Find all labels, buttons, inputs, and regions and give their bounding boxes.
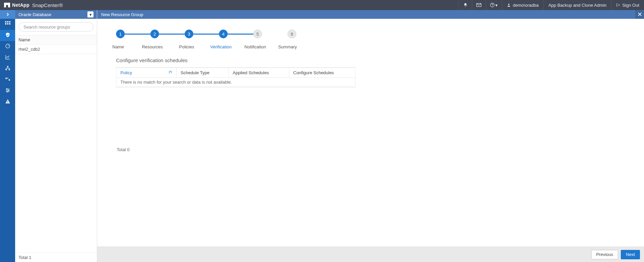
user-label: demo\oradba [513, 3, 539, 8]
svg-point-5 [508, 4, 509, 5]
step-3[interactable]: 3 [185, 30, 219, 38]
svg-rect-14 [5, 69, 7, 70]
left-total: Total 1 [15, 253, 97, 262]
schedule-total-text: Total 0 [117, 147, 129, 152]
bell-icon [463, 3, 468, 7]
netapp-logo-icon [4, 3, 10, 7]
role-label-area[interactable]: App Backup and Clone Admin [543, 0, 611, 10]
svg-rect-2 [6, 3, 8, 5]
hierarchy-icon [5, 66, 10, 72]
sign-out-button[interactable]: Sign Out [611, 0, 644, 10]
step-1[interactable]: 1 [116, 30, 150, 38]
top-header: NetApp SnapCenter® ▾ demo\oradba App Bac… [0, 0, 644, 10]
step-2[interactable]: 2 [150, 30, 185, 38]
wizard-steps: 1 2 3 4 5 6 [97, 19, 644, 46]
sort-asc-icon[interactable] [168, 70, 172, 75]
nav-hosts[interactable] [0, 63, 15, 74]
help-button[interactable]: ▾ [486, 0, 502, 10]
schedule-empty-row: There is no match for your search or dat… [116, 78, 355, 87]
warning-icon [5, 99, 10, 105]
svg-rect-16 [5, 78, 7, 79]
close-wizard-button[interactable]: ✕ [635, 10, 644, 19]
step-6-num: 6 [288, 30, 296, 38]
close-icon: ✕ [637, 11, 642, 18]
svg-rect-22 [7, 101, 8, 102]
step-label-4: Verification [204, 44, 238, 49]
list-header-name: Name [18, 37, 30, 42]
step-label-5: Notification [238, 44, 272, 49]
svg-rect-13 [7, 66, 8, 67]
nav-dashboard[interactable] [0, 19, 15, 30]
col-applied-schedules[interactable]: Applied Schedules [229, 68, 289, 78]
chevron-right-icon [6, 12, 9, 17]
next-button[interactable]: Next [621, 250, 640, 259]
wizard-title: New Resource Group [101, 12, 143, 17]
col-type-label: Schedule Type [181, 70, 210, 75]
step-label-1: Name [112, 44, 135, 49]
step-3-num: 3 [185, 30, 193, 38]
step-4[interactable]: 4 [219, 30, 253, 38]
plugin-selector: Oracle Database ▾ [15, 10, 97, 19]
wizard-title-bar: New Resource Group [97, 10, 644, 19]
section-title: Configure verification schedules [97, 49, 644, 67]
shield-check-icon [5, 32, 10, 39]
nav-storage[interactable] [0, 74, 15, 85]
brand-company: NetApp [12, 2, 30, 8]
svg-rect-23 [7, 102, 8, 103]
nav-monitor[interactable] [0, 41, 15, 52]
col-policy-label: Policy [120, 70, 132, 75]
empty-message: There is no match for your search or dat… [120, 80, 232, 85]
nav-alerts[interactable] [0, 96, 15, 107]
col-policy[interactable]: Policy [116, 68, 177, 78]
previous-button[interactable]: Previous [591, 250, 618, 259]
left-total-text: Total 1 [18, 255, 31, 260]
brand: NetApp SnapCenter® [0, 2, 67, 8]
list-header[interactable]: Name [15, 35, 97, 45]
role-label: App Backup and Clone Admin [548, 3, 607, 8]
search-wrap [15, 19, 97, 35]
brand-product: SnapCenter® [32, 2, 63, 8]
schedule-total: Total 0 [116, 144, 355, 152]
caret-down-icon: ▾ [495, 3, 498, 8]
nav-reports[interactable] [0, 52, 15, 63]
sliders-icon [5, 88, 10, 94]
svg-point-19 [6, 89, 7, 90]
search-input[interactable] [18, 22, 93, 32]
signout-label: Sign Out [622, 3, 639, 8]
nav-resources[interactable] [0, 30, 15, 41]
user-menu[interactable]: demo\oradba [502, 0, 543, 10]
col-applied-label: Applied Schedules [233, 70, 269, 75]
step-6[interactable]: 6 [288, 30, 296, 38]
step-4-num: 4 [219, 30, 228, 38]
svg-point-21 [7, 91, 8, 92]
plugin-dropdown-button[interactable]: ▾ [87, 11, 93, 17]
svg-rect-9 [5, 23, 6, 25]
expand-nav-button[interactable] [0, 10, 15, 19]
svg-rect-7 [7, 21, 8, 23]
mail-icon [476, 3, 482, 7]
list-item[interactable]: rhel2_cdb2 [15, 45, 97, 54]
nav-settings[interactable] [0, 85, 15, 96]
step-label-2: Resources [135, 44, 169, 49]
schedule-table: Policy Schedule Type Applied Schedules C… [116, 67, 355, 87]
svg-rect-6 [5, 21, 6, 23]
svg-rect-1 [8, 3, 10, 7]
notifications-button[interactable] [459, 0, 472, 10]
messages-button[interactable] [472, 0, 486, 10]
app-body: Oracle Database ▾ Name rhel2_cdb2 Total … [0, 10, 644, 262]
left-panel: Oracle Database ▾ Name rhel2_cdb2 Total … [15, 10, 97, 262]
col-configure-schedules[interactable]: Configure Schedules [289, 68, 355, 78]
col-schedule-type[interactable]: Schedule Type [177, 68, 229, 78]
step-5-num: 5 [253, 30, 262, 38]
svg-rect-8 [9, 21, 10, 23]
wizard-step-labels: Name Resources Policies Verification Not… [97, 44, 644, 49]
gauge-icon [5, 43, 10, 50]
icon-nav [0, 10, 15, 262]
step-label-3: Policies [169, 44, 204, 49]
help-icon [490, 3, 495, 7]
svg-rect-18 [8, 79, 10, 81]
svg-rect-11 [9, 23, 10, 25]
plugin-label: Oracle Database [18, 12, 51, 17]
step-5[interactable]: 5 [253, 30, 288, 38]
main-area: New Resource Group ✕ 1 2 3 4 5 6 Name Re… [97, 10, 644, 262]
